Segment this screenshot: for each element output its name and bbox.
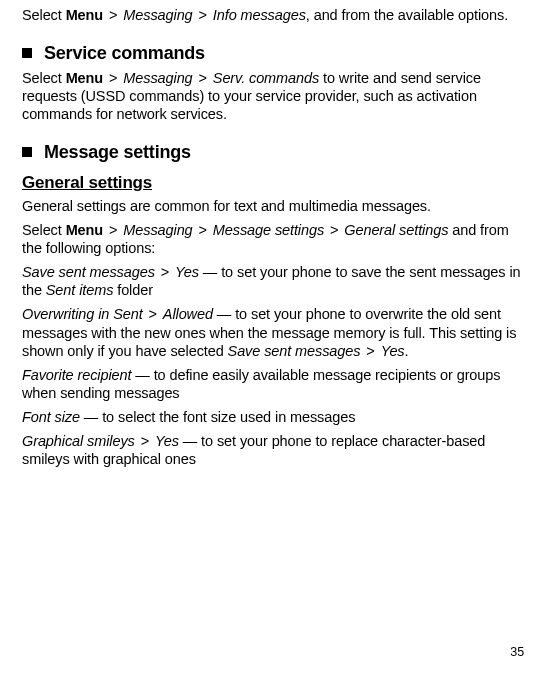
general-settings-intro: General settings are common for text and…: [22, 197, 526, 215]
text: — to select the font size used in messag…: [80, 409, 355, 425]
gt: >: [193, 222, 213, 238]
messaging-label: Messaging: [123, 222, 192, 238]
text: folder: [113, 282, 153, 298]
menu-label: Menu: [66, 70, 103, 86]
page-number: 35: [510, 645, 524, 661]
gt: >: [143, 306, 163, 322]
square-bullet-icon: [22, 48, 32, 58]
option-label: Font size: [22, 409, 80, 425]
heading-text: Service commands: [44, 42, 205, 65]
text: Select: [22, 7, 66, 23]
gt: >: [360, 343, 380, 359]
service-commands-paragraph: Select Menu > Messaging > Serv. commands…: [22, 69, 526, 123]
text: .: [405, 343, 409, 359]
text: Select: [22, 70, 66, 86]
sent-items-label: Sent items: [46, 282, 114, 298]
menu-label: Menu: [66, 222, 103, 238]
option-value: Yes: [175, 264, 199, 280]
gt: >: [103, 222, 123, 238]
general-settings-label: General settings: [344, 222, 448, 238]
gt: >: [103, 70, 123, 86]
ref-value: Yes: [381, 343, 405, 359]
option-save-sent-messages: Save sent messages > Yes — to set your p…: [22, 263, 526, 299]
top-info-messages-line: Select Menu > Messaging > Info messages,…: [22, 6, 526, 24]
option-label: Save sent messages: [22, 264, 155, 280]
gt: >: [193, 70, 213, 86]
messaging-label: Messaging: [123, 70, 192, 86]
option-value: Allowed: [163, 306, 213, 322]
option-label: Favorite recipient: [22, 367, 131, 383]
gt: >: [155, 264, 175, 280]
gt: >: [135, 433, 155, 449]
text: , and from the available options.: [306, 7, 508, 23]
general-settings-path: Select Menu > Messaging > Message settin…: [22, 221, 526, 257]
gt: >: [103, 7, 123, 23]
gt: >: [193, 7, 213, 23]
section-heading-message-settings: Message settings: [22, 141, 526, 164]
option-favorite-recipient: Favorite recipient — to define easily av…: [22, 366, 526, 402]
heading-text: Message settings: [44, 141, 191, 164]
square-bullet-icon: [22, 147, 32, 157]
subsection-heading-general-settings: General settings: [22, 172, 526, 193]
gt: >: [324, 222, 344, 238]
option-font-size: Font size — to select the font size used…: [22, 408, 526, 426]
option-label: Graphical smileys: [22, 433, 135, 449]
messaging-label: Messaging: [123, 7, 192, 23]
option-overwriting-in-sent: Overwriting in Sent > Allowed — to set y…: [22, 305, 526, 359]
text: Select: [22, 222, 66, 238]
section-heading-service-commands: Service commands: [22, 42, 526, 65]
option-label: Overwriting in Sent: [22, 306, 143, 322]
serv-commands-label: Serv. commands: [213, 70, 319, 86]
ref-label: Save sent messages: [228, 343, 361, 359]
option-value: Yes: [155, 433, 179, 449]
message-settings-label: Message settings: [213, 222, 324, 238]
option-graphical-smileys: Graphical smileys > Yes — to set your ph…: [22, 432, 526, 468]
info-messages-label: Info messages: [213, 7, 306, 23]
menu-label: Menu: [66, 7, 103, 23]
